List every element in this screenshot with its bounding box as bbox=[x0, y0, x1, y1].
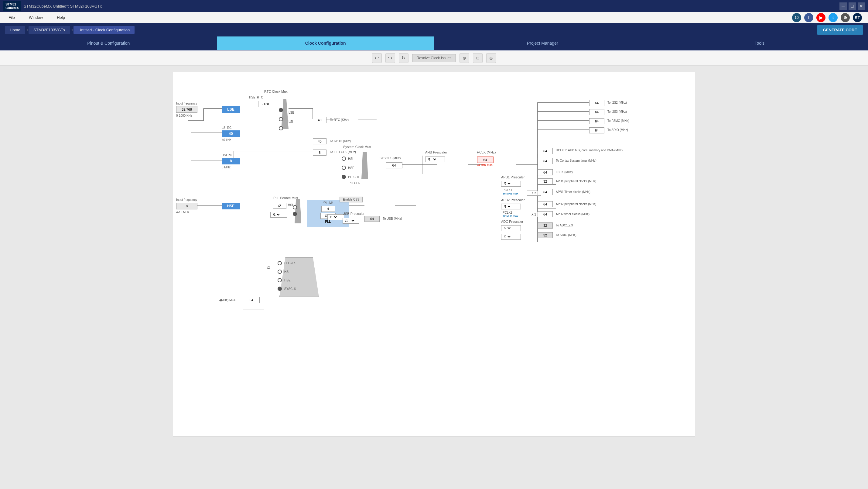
hclk-ahb-value[interactable]: 64 bbox=[537, 148, 553, 154]
hse-rtc-label: HSE_RTC bbox=[249, 96, 263, 99]
mco-value[interactable]: 64 bbox=[243, 297, 260, 303]
hclk-ahb-label: HCLK to AHB bus, core, memory and DMA (M… bbox=[556, 149, 623, 152]
enable-css-button[interactable]: Enable CSS bbox=[340, 197, 363, 202]
apb2-periph-label: APB2 peripheral clocks (MHz) bbox=[556, 202, 596, 206]
lse-range-label: 0-1000 KHz bbox=[176, 114, 192, 117]
breadcrumb-project[interactable]: Untitled - Clock Configuration bbox=[73, 26, 134, 34]
apb1-prescaler-select[interactable]: /2/1/4 bbox=[501, 181, 521, 186]
usb-prescaler-select[interactable]: /1/1.5 bbox=[343, 218, 359, 224]
usb-value[interactable]: 64 bbox=[365, 216, 380, 222]
menu-bar: File Window Help 10 f ▶ t ⊕ ST bbox=[0, 12, 868, 23]
adc-prescaler-label: ADC Prescaler bbox=[501, 220, 523, 223]
rtc-mux-label: RTC Clock Mux bbox=[264, 90, 288, 93]
apb2-prescaler-select[interactable]: /1/2/4 bbox=[501, 204, 521, 209]
sysclk-label: SYSCLK (MHz) bbox=[380, 156, 401, 160]
mco-label: (MHz) MCO bbox=[220, 298, 236, 302]
breadcrumb: Home › STM32F103VGTx › Untitled - Clock … bbox=[0, 23, 868, 36]
iwdg-value-box[interactable]: 40 bbox=[313, 138, 327, 144]
refresh-button[interactable]: ↻ bbox=[399, 53, 408, 63]
apb1-periph-value[interactable]: 32 bbox=[537, 178, 553, 184]
hsi-block[interactable]: 8 bbox=[222, 158, 240, 165]
redo-button[interactable]: ↪ bbox=[385, 53, 395, 63]
pclk2-label: PCLK2 bbox=[503, 211, 513, 214]
minimize-button[interactable]: ─ bbox=[839, 2, 847, 10]
network-icon[interactable]: ⊕ bbox=[841, 13, 850, 22]
fclk-value[interactable]: 64 bbox=[537, 169, 553, 175]
mco-sysclk-radio[interactable] bbox=[278, 287, 282, 291]
adc-value[interactable]: 32 bbox=[537, 223, 553, 229]
rtc-mux-radio-1[interactable] bbox=[279, 108, 283, 112]
input-freq-hse-label: Input frequency bbox=[176, 198, 197, 201]
flit-label: To FLTFCLK (MHz) bbox=[330, 150, 356, 154]
tab-project-manager[interactable]: Project Manager bbox=[434, 36, 651, 50]
ahb-prescaler-select[interactable]: /1/2/4/8/16 bbox=[425, 156, 445, 162]
hse-freq-value[interactable]: 8 bbox=[176, 203, 197, 209]
fit-view-button[interactable]: ⊡ bbox=[473, 53, 483, 63]
menu-item-window[interactable]: Window bbox=[26, 14, 45, 21]
rtc-mux-radio-3[interactable] bbox=[279, 126, 283, 131]
breadcrumb-home[interactable]: Home bbox=[5, 26, 25, 34]
pll-src-mux-label: PLL Source Mux bbox=[273, 196, 298, 200]
flit-value-box[interactable]: 8 bbox=[313, 149, 327, 155]
pll-hse-div-select[interactable]: /1/2 bbox=[270, 212, 287, 218]
rtc-mux-radio-2[interactable] bbox=[279, 117, 283, 121]
div128-box[interactable]: /128 bbox=[258, 101, 273, 107]
to-rtc-label: To RTC (KHz) bbox=[330, 118, 349, 121]
apb1-timer-value[interactable]: 64 bbox=[537, 189, 553, 195]
generate-code-button[interactable]: GENERATE CODE bbox=[817, 25, 863, 35]
rtc-value-box[interactable]: 40 bbox=[313, 117, 327, 123]
twitter-icon[interactable]: t bbox=[829, 13, 838, 22]
adc-prescaler-select[interactable]: /2/4/6/8 bbox=[501, 225, 521, 231]
st-logo-icon[interactable]: ST bbox=[853, 13, 862, 22]
close-button[interactable]: ✕ bbox=[858, 2, 865, 10]
to-i2s2-value[interactable]: 64 bbox=[589, 100, 604, 106]
apb1-prescaler-label: APB1 Prescaler bbox=[501, 175, 525, 179]
sdio-value[interactable]: 32 bbox=[537, 232, 553, 238]
sysclk-mux-hsi[interactable] bbox=[342, 156, 346, 161]
to-sdio-top-value[interactable]: 64 bbox=[589, 127, 604, 134]
user-avatar[interactable]: 10 bbox=[792, 13, 801, 22]
sdio-prescaler-select[interactable]: /2/1 bbox=[501, 234, 521, 240]
lse-freq-value[interactable]: 32.768 bbox=[176, 106, 197, 113]
tab-bar: Pinout & Configuration Clock Configurati… bbox=[0, 36, 868, 51]
mco-pllclk-radio[interactable] bbox=[278, 261, 282, 265]
to-adc-label: To ADC1,2,3 bbox=[556, 224, 573, 227]
pll-src-hsi-radio[interactable] bbox=[293, 205, 297, 209]
sysclk-mux-hse[interactable] bbox=[342, 166, 346, 170]
breadcrumb-device[interactable]: STM32F103VGTx bbox=[29, 26, 70, 34]
hclk-value-box[interactable]: 64 bbox=[477, 156, 494, 163]
tab-pinout[interactable]: Pinout & Configuration bbox=[0, 36, 217, 50]
menu-item-help[interactable]: Help bbox=[54, 14, 67, 21]
apb2-timer-value[interactable]: 64 bbox=[537, 211, 553, 217]
pll-out-div-select[interactable]: /1/2 bbox=[328, 214, 344, 220]
youtube-icon[interactable]: ▶ bbox=[816, 13, 826, 22]
menu-item-file[interactable]: File bbox=[6, 14, 17, 21]
facebook-icon[interactable]: f bbox=[804, 13, 813, 22]
resolve-clock-button[interactable]: Resolve Clock Issues bbox=[412, 54, 456, 62]
mco-hse-radio[interactable] bbox=[278, 278, 282, 282]
zoom-in-button[interactable]: ⊕ bbox=[460, 53, 469, 63]
tab-tools[interactable]: Tools bbox=[651, 36, 868, 50]
tab-clock[interactable]: Clock Configuration bbox=[217, 36, 434, 50]
lsi-block[interactable]: 40 bbox=[222, 131, 240, 137]
usb-prescaler-label: USB Prescaler bbox=[343, 212, 365, 215]
hclk-max-warning: 72 MHz max bbox=[477, 163, 493, 166]
to-fsmc-value[interactable]: 64 bbox=[589, 118, 604, 124]
apb1-periph-label: APB1 peripheral clocks (MHz) bbox=[556, 180, 596, 183]
pll-mul-value[interactable]: 4 bbox=[321, 206, 335, 212]
maximize-button[interactable]: □ bbox=[848, 2, 856, 10]
hse-block[interactable]: HSE bbox=[222, 203, 240, 209]
mco-hsi-radio[interactable] bbox=[278, 269, 282, 274]
cortex-timer-value[interactable]: 64 bbox=[537, 158, 553, 164]
pll-src-hse-radio[interactable] bbox=[293, 212, 297, 216]
lse-block[interactable]: LSE bbox=[222, 106, 240, 113]
cortex-timer-label: To Cortex System timer (MHz) bbox=[556, 159, 596, 162]
pll-label: PLL bbox=[308, 220, 348, 223]
to-i2s3-value[interactable]: 64 bbox=[589, 109, 604, 115]
pll-div2-box[interactable]: /2 bbox=[273, 203, 286, 209]
zoom-out-button[interactable]: ⊖ bbox=[486, 53, 496, 63]
sysclk-value-box[interactable]: 64 bbox=[386, 162, 402, 168]
apb2-periph-value[interactable]: 64 bbox=[537, 201, 553, 207]
sysclk-mux-pll[interactable] bbox=[342, 175, 346, 179]
undo-button[interactable]: ↩ bbox=[372, 53, 382, 63]
